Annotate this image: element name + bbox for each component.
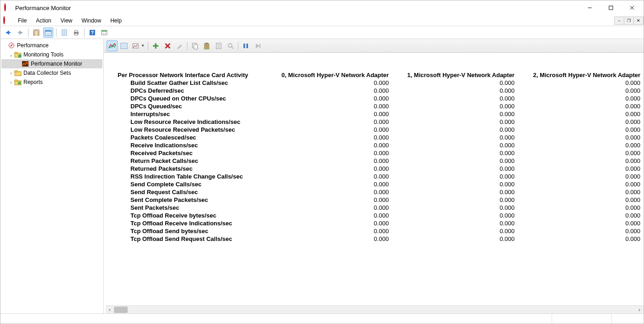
counter-value: 0.000: [266, 87, 392, 95]
add-counter-button[interactable]: [150, 40, 161, 51]
toolbar-separator: [28, 28, 28, 37]
svg-rect-22: [102, 33, 104, 34]
counter-value: 0.000: [517, 141, 643, 149]
print-button[interactable]: [71, 28, 81, 38]
toolbar-separator: [84, 28, 85, 37]
report-area: Per Processor Network Interface Card Act…: [104, 53, 644, 313]
maximize-button[interactable]: [600, 1, 621, 15]
mdi-close-button[interactable]: ✕: [633, 17, 644, 25]
table-row[interactable]: DPCs Queued/sec0.0000.0000.000: [115, 102, 643, 110]
collapse-icon[interactable]: ⌄: [8, 52, 14, 57]
tree-performance-monitor[interactable]: Performance Monitor: [1, 59, 102, 68]
counter-name: Interrupts/sec: [115, 110, 266, 118]
table-row[interactable]: Sent Packets/sec0.0000.0000.000: [115, 204, 643, 212]
table-row[interactable]: RSS Indirection Table Change Calls/sec0.…: [115, 173, 643, 180]
table-row[interactable]: Packets Coalesced/sec0.0000.0000.000: [115, 134, 643, 141]
counter-value: 0.000: [517, 110, 643, 118]
table-row[interactable]: Tcp Offload Send Request Calls/sec0.0000…: [115, 235, 643, 243]
main-toolbar: ?: [0, 26, 644, 39]
scroll-thumb[interactable]: [114, 307, 128, 313]
minimize-button[interactable]: [579, 1, 600, 15]
menu-view[interactable]: View: [56, 17, 77, 25]
new-window-button[interactable]: [99, 28, 109, 38]
horizontal-scrollbar[interactable]: ‹ ›: [106, 305, 644, 313]
tree-root-performance[interactable]: Performance: [1, 41, 102, 50]
nav-forward-button[interactable]: [15, 28, 25, 38]
highlight-button[interactable]: [174, 40, 185, 51]
counter-value: 0.000: [266, 212, 392, 219]
counter-name: DPCs Queued/sec: [115, 102, 266, 110]
nav-back-button[interactable]: [3, 28, 13, 38]
counter-value: 0.000: [391, 165, 517, 173]
export-button[interactable]: [59, 28, 69, 38]
freeze-button[interactable]: [240, 40, 251, 51]
menu-help[interactable]: Help: [106, 17, 126, 25]
counter-name: Build Scatter Gather List Calls/sec: [115, 79, 266, 87]
counter-name: Packets Coalesced/sec: [115, 134, 266, 141]
menu-window[interactable]: Window: [77, 17, 106, 25]
menu-action[interactable]: Action: [31, 17, 56, 25]
svg-rect-7: [18, 32, 23, 33]
delete-counter-button[interactable]: [162, 40, 173, 51]
counter-value: 0.000: [517, 180, 643, 188]
menu-file[interactable]: File: [13, 17, 31, 25]
help-button[interactable]: ?: [87, 28, 97, 38]
table-row[interactable]: Tcp Offload Send bytes/sec0.0000.0000.00…: [115, 227, 643, 235]
counter-value: 0.000: [517, 173, 643, 180]
table-row[interactable]: Interrupts/sec0.0000.0000.000: [115, 110, 643, 118]
table-row[interactable]: Low Resource Received Packets/sec0.0000.…: [115, 126, 643, 134]
app-window: Performance Monitor File Action View Win…: [0, 0, 644, 324]
counter-value: 0.000: [266, 157, 392, 165]
counter-value: 0.000: [517, 219, 643, 227]
counter-value: 0.000: [517, 102, 643, 110]
expand-icon[interactable]: ›: [8, 71, 14, 76]
nav-tree[interactable]: Performance ⌄ Monitoring Tools Performan…: [0, 39, 104, 313]
tree-reports[interactable]: › Reports: [1, 78, 102, 87]
scroll-left-icon[interactable]: ‹: [106, 306, 114, 313]
counter-value: 0.000: [391, 95, 517, 102]
copy-button[interactable]: [189, 40, 200, 51]
table-row[interactable]: Send Complete Calls/sec0.0000.0000.000: [115, 180, 643, 188]
table-row[interactable]: Return Packet Calls/sec0.0000.0000.000: [115, 157, 643, 165]
properties-button[interactable]: [213, 40, 224, 51]
table-row[interactable]: DPCs Deferred/sec0.0000.0000.000: [115, 87, 643, 95]
table-row[interactable]: DPCs Queued on Other CPUs/sec0.0000.0000…: [115, 95, 643, 102]
report-scroll[interactable]: Per Processor Network Interface Card Act…: [106, 53, 644, 305]
close-button[interactable]: [621, 1, 643, 15]
table-row[interactable]: Build Scatter Gather List Calls/sec0.000…: [115, 79, 643, 87]
view-report-dropdown[interactable]: ▼: [130, 40, 146, 51]
mdi-minimize-button[interactable]: –: [614, 17, 624, 25]
paste-button[interactable]: [201, 40, 212, 51]
mdi-restore-button[interactable]: ❐: [624, 17, 634, 25]
counter-value: 0.000: [266, 219, 392, 227]
counter-value: 0.000: [391, 141, 517, 149]
table-row[interactable]: Receive Indications/sec0.0000.0000.000: [115, 141, 643, 149]
app-menu-icon[interactable]: [3, 17, 11, 24]
update-button[interactable]: [252, 40, 263, 51]
zoom-button[interactable]: [225, 40, 236, 51]
scroll-right-icon[interactable]: ›: [635, 306, 644, 313]
expand-icon[interactable]: ›: [8, 80, 14, 85]
table-row[interactable]: Sent Complete Packets/sec0.0000.0000.000: [115, 196, 643, 204]
table-row[interactable]: Returned Packets/sec0.0000.0000.000: [115, 165, 643, 173]
table-row[interactable]: Tcp Offload Receive bytes/sec0.0000.0000…: [115, 212, 643, 219]
table-row[interactable]: Tcp Offload Receive Indications/sec0.000…: [115, 219, 643, 227]
counter-value: 0.000: [266, 180, 392, 188]
counter-value: 0.000: [517, 157, 643, 165]
table-row[interactable]: Received Packets/sec0.0000.0000.000: [115, 149, 643, 157]
svg-rect-16: [75, 30, 78, 32]
view-histogram-button[interactable]: [119, 40, 130, 51]
show-hide-tree-button[interactable]: [31, 28, 41, 38]
counter-value: 0.000: [391, 118, 517, 126]
table-row[interactable]: Low Resource Receive Indications/sec0.00…: [115, 118, 643, 126]
tree-data-collector-sets[interactable]: › Data Collector Sets: [1, 68, 102, 78]
counter-name: Receive Indications/sec: [115, 141, 266, 149]
toolbar-separator: [187, 42, 187, 50]
counter-name: Returned Packets/sec: [115, 165, 266, 173]
tree-monitoring-tools[interactable]: ⌄ Monitoring Tools: [1, 50, 102, 59]
counter-value: 0.000: [517, 118, 643, 126]
table-row[interactable]: Send Request Calls/sec0.0000.0000.000: [115, 188, 643, 196]
counter-value: 0.000: [391, 126, 517, 134]
view-graph-button[interactable]: [107, 40, 118, 51]
properties-button[interactable]: [43, 28, 53, 38]
